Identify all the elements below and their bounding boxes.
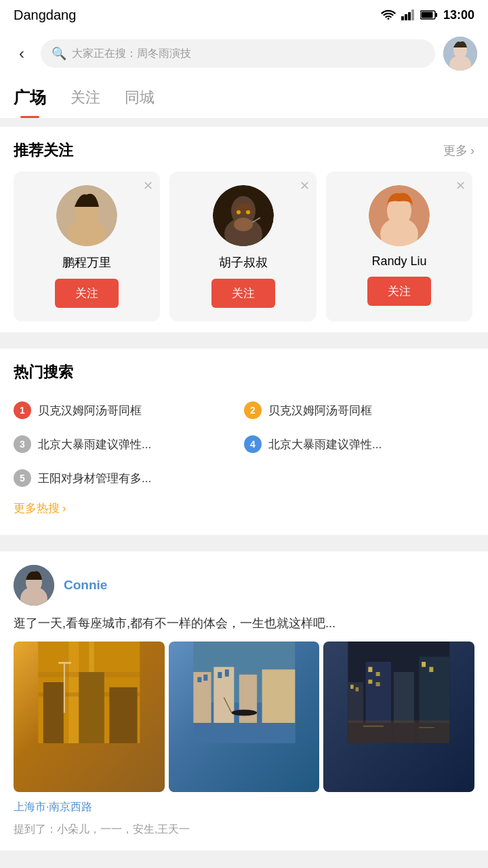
svg-rect-42 [218, 672, 222, 678]
hot-search-section: 热门搜索 1 贝克汉姆阿汤哥同框 2 贝克汉姆阿汤哥同框 3 北京大暴雨建议弹性… [0, 349, 488, 535]
section-gap-1 [0, 119, 488, 127]
feed-image-1[interactable] [14, 642, 165, 793]
svg-rect-31 [43, 682, 64, 743]
rec-avatar-2 [213, 185, 274, 246]
status-icons: 13:00 [381, 8, 474, 22]
rec-name-1: 鹏程万里 [62, 254, 111, 271]
svg-rect-50 [350, 685, 354, 689]
svg-rect-5 [435, 13, 437, 17]
follow-btn-3[interactable]: 关注 [367, 277, 431, 306]
svg-rect-3 [411, 9, 414, 20]
status-time: 13:00 [443, 8, 474, 22]
svg-rect-0 [401, 16, 404, 20]
svg-rect-43 [224, 669, 228, 677]
rec-card-3: ✕ Randy Liu 关注 [326, 172, 472, 321]
svg-point-16 [234, 218, 253, 231]
search-input-wrap[interactable]: 🔍 大家正在搜：周冬雨演技 [41, 39, 435, 68]
feed-username[interactable]: Connie [64, 578, 107, 593]
rec-name-2: 胡子叔叔 [219, 254, 268, 271]
hot-text-4: 北京大暴雨建议弹性... [268, 437, 474, 452]
svg-rect-2 [408, 12, 411, 20]
rec-card-1-close[interactable]: ✕ [143, 178, 153, 193]
svg-point-18 [246, 210, 250, 214]
tab-guanzhu[interactable]: 关注 [70, 78, 100, 117]
app-name: Dangdang [14, 7, 76, 23]
svg-rect-55 [369, 679, 373, 684]
rec-avatar-3 [369, 185, 430, 246]
hot-rank-1: 1 [14, 401, 31, 419]
svg-rect-53 [369, 667, 373, 672]
hot-search-grid: 1 贝克汉姆阿汤哥同框 2 贝克汉姆阿汤哥同框 3 北京大暴雨建议弹性... 4… [14, 393, 474, 521]
rec-more-button[interactable]: 更多 › [443, 142, 474, 159]
user-avatar-image [443, 37, 477, 71]
svg-rect-40 [203, 675, 207, 681]
hot-item-2[interactable]: 2 贝克汉姆阿汤哥同框 [244, 393, 474, 427]
rec-card-1: ✕ 鹏程万里 关注 [14, 172, 160, 321]
rec-avatar-1 [56, 185, 117, 246]
feed-section: Connie 逛了一天,看每座城市,都有不一样的体会，一生也就这样吧... [0, 551, 488, 850]
status-bar: Dangdang 13:00 [0, 0, 488, 30]
back-button[interactable]: ‹ [11, 44, 33, 63]
svg-rect-33 [109, 687, 137, 743]
user-avatar[interactable] [443, 37, 477, 71]
rec-header: 推荐关注 更多 › [14, 140, 474, 161]
svg-rect-38 [193, 672, 211, 723]
signal-icon [401, 9, 415, 20]
search-icon: 🔍 [52, 46, 66, 61]
hot-item-1[interactable]: 1 贝克汉姆阿汤哥同框 [14, 393, 244, 427]
follow-btn-1[interactable]: 关注 [55, 279, 119, 308]
hot-text-5: 王阳对身材管理有多... [38, 471, 244, 486]
hot-item-5[interactable]: 5 王阳对身材管理有多... [14, 461, 244, 495]
svg-point-46 [231, 709, 257, 715]
tab-guangchang[interactable]: 广场 [14, 77, 46, 118]
follow-btn-2[interactable]: 关注 [211, 279, 275, 308]
hot-rank-2: 2 [244, 401, 262, 419]
feed-city-tag[interactable]: 上海市·南京西路 [14, 800, 474, 814]
feed-image-2[interactable] [169, 642, 320, 793]
feed-item-1: Connie 逛了一天,看每座城市,都有不一样的体会，一生也就这样吧... [14, 565, 474, 837]
recommend-section: 推荐关注 更多 › ✕ 鹏程万里 关注 ✕ [0, 127, 488, 332]
svg-rect-1 [405, 14, 407, 20]
rec-card-2-close[interactable]: ✕ [300, 178, 310, 193]
svg-rect-45 [262, 669, 295, 723]
more-hot-searches[interactable]: 更多热搜 › [14, 495, 474, 521]
wifi-icon [381, 9, 396, 20]
hot-text-2: 贝克汉姆阿汤哥同框 [268, 403, 474, 418]
rec-cards: ✕ 鹏程万里 关注 ✕ [14, 172, 474, 321]
rec-title: 推荐关注 [14, 140, 73, 161]
hot-item-3[interactable]: 3 北京大暴雨建议弹性... [14, 427, 244, 461]
svg-rect-54 [376, 672, 380, 676]
svg-rect-34 [64, 662, 65, 713]
svg-rect-41 [214, 667, 234, 723]
hot-text-3: 北京大暴雨建议弹性... [38, 437, 244, 452]
feed-image-3[interactable] [323, 642, 474, 793]
tabs: 广场 关注 同城 [0, 77, 488, 119]
feed-avatar-image [14, 565, 54, 606]
hot-text-1: 贝克汉姆阿汤哥同框 [38, 403, 244, 418]
feed-item-header: Connie [14, 565, 474, 606]
svg-rect-6 [421, 12, 432, 18]
hot-rank-3: 3 [14, 435, 31, 453]
tab-tongcheng[interactable]: 同城 [125, 78, 155, 117]
svg-rect-60 [430, 667, 434, 672]
svg-rect-56 [376, 682, 380, 686]
search-bar: ‹ 🔍 大家正在搜：周冬雨演技 [0, 30, 488, 77]
rec-card-2: ✕ 胡子叔叔 关注 [169, 172, 316, 321]
hot-rank-5: 5 [14, 469, 31, 487]
section-gap-2 [0, 332, 488, 340]
feed-content: 逛了一天,看每座城市,都有不一样的体会，一生也就这样吧... [14, 614, 474, 633]
search-placeholder: 大家正在搜：周冬雨演技 [72, 47, 191, 61]
svg-rect-35 [58, 662, 71, 664]
battery-icon [420, 10, 438, 20]
hot-item-4[interactable]: 4 北京大暴雨建议弹性... [244, 427, 474, 461]
feed-images [14, 642, 474, 793]
svg-point-17 [237, 210, 241, 214]
feed-mentions: 提到了：小朵儿，一一，安生,王天一 [14, 823, 474, 837]
svg-rect-39 [197, 677, 201, 682]
svg-rect-32 [79, 672, 104, 743]
rec-card-3-close[interactable]: ✕ [455, 178, 466, 193]
section-gap-3 [0, 535, 488, 543]
rec-name-3: Randy Liu [371, 254, 426, 269]
feed-avatar[interactable] [14, 565, 54, 606]
svg-rect-59 [422, 662, 426, 667]
